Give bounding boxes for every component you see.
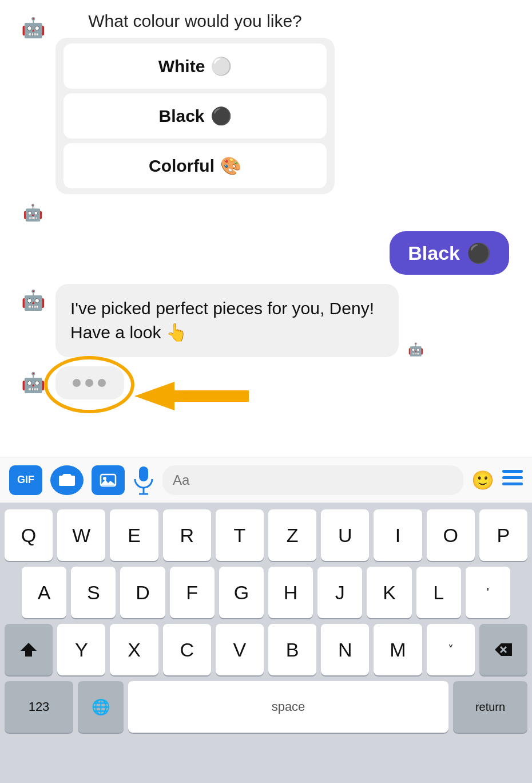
keyboard-row-4: 123 🌐 space return bbox=[5, 681, 527, 733]
user-reply-text: Black bbox=[408, 242, 460, 264]
bot-question-row: 🤖 What colour would you like? White ⚪ Bl… bbox=[17, 11, 515, 194]
backspace-icon bbox=[495, 643, 512, 656]
keyboard: Q W E R T Z U I O P A S D F G H J K L ' … bbox=[0, 503, 532, 783]
key-F[interactable]: F bbox=[170, 567, 215, 618]
option-colorful-emoji: 🎨 bbox=[220, 156, 241, 176]
key-O[interactable]: O bbox=[427, 509, 475, 561]
option-white-emoji: ⚪ bbox=[211, 56, 232, 76]
camera-button[interactable] bbox=[50, 465, 84, 495]
svg-point-2 bbox=[103, 477, 106, 480]
key-G[interactable]: G bbox=[219, 567, 264, 618]
svg-marker-9 bbox=[21, 643, 37, 657]
key-J[interactable]: J bbox=[317, 567, 362, 618]
bot-avatar-typing: 🤖 bbox=[17, 366, 49, 398]
chat-area: 🤖 What colour would you like? White ⚪ Bl… bbox=[0, 0, 532, 457]
user-message-row: Black ⚫ bbox=[17, 231, 515, 275]
key-W[interactable]: W bbox=[57, 509, 105, 561]
annotation-arrow bbox=[134, 379, 249, 413]
typing-dot-2 bbox=[85, 379, 93, 387]
gif-label: GIF bbox=[17, 474, 34, 486]
key-M[interactable]: M bbox=[374, 624, 422, 675]
key-apostrophe[interactable]: ' bbox=[466, 567, 510, 618]
camera-icon bbox=[59, 473, 75, 487]
key-S[interactable]: S bbox=[71, 567, 116, 618]
key-X[interactable]: X bbox=[110, 624, 158, 675]
key-K[interactable]: K bbox=[367, 567, 411, 618]
toolbar: GIF 🙂 bbox=[0, 457, 532, 503]
user-reply-emoji: ⚫ bbox=[467, 242, 491, 264]
option-colorful[interactable]: Colorful 🎨 bbox=[63, 143, 327, 188]
option-black-label: Black bbox=[158, 106, 204, 126]
bot-avatar-3: 🤖 bbox=[17, 284, 49, 315]
key-P[interactable]: P bbox=[479, 509, 527, 561]
key-I[interactable]: I bbox=[374, 509, 422, 561]
options-container: White ⚪ Black ⚫ Colorful 🎨 bbox=[55, 38, 335, 194]
key-T[interactable]: T bbox=[216, 509, 264, 561]
typing-row: 🤖 bbox=[17, 366, 515, 400]
typing-annotation-wrapper bbox=[55, 366, 124, 400]
key-shift[interactable] bbox=[5, 624, 53, 675]
key-backspace[interactable] bbox=[479, 624, 527, 675]
bot-reply-row: 🤖 I've picked perfect pieces for you, De… bbox=[17, 284, 515, 357]
svg-rect-6 bbox=[502, 470, 523, 473]
keyboard-row-1: Q W E R T Z U I O P bbox=[5, 509, 527, 561]
shift-icon bbox=[21, 642, 37, 658]
typing-bubble bbox=[55, 366, 124, 400]
key-V[interactable]: V bbox=[216, 624, 264, 675]
key-A[interactable]: A bbox=[22, 567, 66, 618]
key-chevron-down[interactable]: ˅ bbox=[427, 624, 475, 675]
keyboard-row-2: A S D F G H J K L ' bbox=[5, 567, 527, 618]
menu-icon bbox=[502, 470, 523, 486]
option-black[interactable]: Black ⚫ bbox=[63, 93, 327, 139]
bot-avatar-small: 🤖 bbox=[408, 342, 423, 357]
mic-icon bbox=[133, 465, 154, 495]
mic-button[interactable] bbox=[133, 465, 154, 495]
bot-reply-bubble: I've picked perfect pieces for you, Deny… bbox=[55, 284, 399, 357]
key-Q[interactable]: Q bbox=[5, 509, 53, 561]
option-black-emoji: ⚫ bbox=[211, 106, 232, 126]
key-R[interactable]: R bbox=[163, 509, 211, 561]
bot-avatars-row: 🤖 bbox=[23, 203, 515, 222]
option-white[interactable]: White ⚪ bbox=[63, 43, 327, 89]
image-icon bbox=[100, 472, 117, 488]
svg-rect-3 bbox=[139, 466, 148, 481]
key-numbers[interactable]: 123 bbox=[5, 681, 73, 733]
svg-marker-0 bbox=[134, 382, 249, 410]
bot-reply-text: I've picked perfect pieces for you, Deny… bbox=[70, 299, 374, 342]
option-white-label: White bbox=[158, 57, 205, 76]
typing-dot-3 bbox=[98, 379, 106, 387]
key-H[interactable]: H bbox=[268, 567, 313, 618]
key-E[interactable]: E bbox=[110, 509, 158, 561]
emoji-button[interactable]: 🙂 bbox=[471, 469, 494, 491]
image-button[interactable] bbox=[92, 465, 125, 495]
bot-avatar-2: 🤖 bbox=[23, 203, 43, 222]
key-B[interactable]: B bbox=[268, 624, 316, 675]
typing-dot-1 bbox=[73, 379, 81, 387]
menu-button[interactable] bbox=[502, 469, 523, 491]
key-C[interactable]: C bbox=[163, 624, 211, 675]
svg-rect-7 bbox=[502, 476, 523, 479]
gif-button[interactable]: GIF bbox=[9, 465, 42, 495]
svg-rect-8 bbox=[502, 483, 523, 485]
key-space[interactable]: space bbox=[128, 681, 448, 733]
bot-avatar: 🤖 bbox=[17, 11, 49, 43]
key-N[interactable]: N bbox=[321, 624, 369, 675]
key-U[interactable]: U bbox=[321, 509, 369, 561]
key-return[interactable]: return bbox=[453, 681, 527, 733]
key-L[interactable]: L bbox=[416, 567, 461, 618]
emoji-icon: 🙂 bbox=[471, 470, 494, 491]
message-input[interactable] bbox=[162, 465, 463, 495]
key-D[interactable]: D bbox=[120, 567, 165, 618]
option-colorful-label: Colorful bbox=[149, 156, 215, 176]
question-text: What colour would you like? bbox=[55, 11, 335, 31]
key-emoji[interactable]: 🌐 bbox=[78, 681, 124, 733]
user-bubble: Black ⚫ bbox=[390, 231, 509, 275]
key-Z[interactable]: Z bbox=[268, 509, 316, 561]
keyboard-row-3: Y X C V B N M ˅ bbox=[5, 624, 527, 675]
key-Y[interactable]: Y bbox=[57, 624, 105, 675]
